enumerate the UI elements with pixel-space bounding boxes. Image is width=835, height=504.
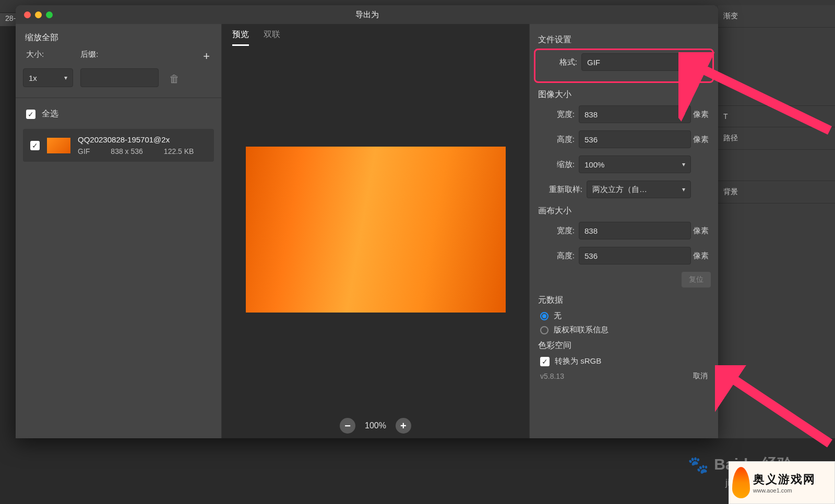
canvas-height-input[interactable]: 536 xyxy=(579,247,691,265)
chevron-down-icon: ▾ xyxy=(682,186,685,193)
canvas-width-input[interactable]: 838 xyxy=(579,222,691,239)
asset-checkbox[interactable]: ✓ xyxy=(30,141,40,150)
export-as-dialog: 导出为 缩放全部 大小: 后缀: + 1x▾ 🗑 ✓ 全选 ✓ xyxy=(16,5,718,438)
height-input[interactable]: 536 xyxy=(579,130,691,148)
metadata-copyright-option[interactable]: 版权和联系信息 xyxy=(540,325,711,335)
unit-label: 像素 xyxy=(691,226,711,236)
image-size-title: 图像大小 xyxy=(538,89,711,100)
dialog-title: 导出为 xyxy=(355,10,379,20)
flame-icon xyxy=(732,467,750,498)
corner-logo-cn: 奥义游戏网 xyxy=(753,472,816,487)
corner-logo: 奥义游戏网 www.aoe1.com xyxy=(729,461,835,504)
format-select[interactable]: GIF▾ xyxy=(581,53,708,71)
close-window-icon[interactable] xyxy=(24,11,31,18)
chevron-down-icon: ▾ xyxy=(682,161,685,168)
scale-label: 缩放: xyxy=(537,160,579,170)
select-all-label: 全选 xyxy=(42,109,58,119)
version-label: v5.8.13 xyxy=(540,372,564,380)
maximize-window-icon[interactable] xyxy=(46,11,53,18)
cancel-button[interactable]: 取消 xyxy=(693,371,708,381)
resample-select[interactable]: 两次立方（自…▾ xyxy=(587,181,691,198)
size-label: 大小: xyxy=(26,50,44,63)
zoom-in-button[interactable]: + xyxy=(396,418,411,434)
asset-dimensions: 838 x 536 xyxy=(111,147,143,155)
unit-label: 像素 xyxy=(691,251,711,261)
scale-select[interactable]: 100%▾ xyxy=(579,155,691,173)
checkbox-icon: ✓ xyxy=(540,357,550,366)
zoom-out-button[interactable]: − xyxy=(340,418,355,434)
zoom-controls: − 100% + xyxy=(222,413,529,438)
metadata-none-option[interactable]: 无 xyxy=(540,311,711,321)
preview-tabs: 预览 双联 xyxy=(222,24,529,46)
tab-2up[interactable]: 双联 xyxy=(264,29,280,46)
preview-area[interactable] xyxy=(222,46,529,413)
file-settings-title: 文件设置 xyxy=(538,34,711,45)
colorspace-title: 色彩空间 xyxy=(538,340,711,351)
format-highlight: 格式: GIF▾ xyxy=(534,49,714,83)
unit-label: 像素 xyxy=(691,135,711,145)
preview-pane: 预览 双联 − 100% + xyxy=(222,24,529,438)
reset-button[interactable]: 复位 xyxy=(682,272,711,287)
format-label: 格式: xyxy=(540,57,581,67)
titlebar: 导出为 xyxy=(16,5,718,24)
radio-icon xyxy=(540,312,548,320)
window-controls xyxy=(16,11,53,18)
scale-all-title: 缩放全部 xyxy=(25,32,214,43)
add-scale-button[interactable]: + xyxy=(203,50,210,63)
bg-panel-item[interactable]: 背景 xyxy=(718,181,835,203)
left-pane: 缩放全部 大小: 后缀: + 1x▾ 🗑 ✓ 全选 ✓ QQ20230828-1… xyxy=(16,24,222,438)
chevron-down-icon: ▾ xyxy=(64,74,67,81)
preview-image xyxy=(246,147,506,313)
bg-panel-item[interactable]: T xyxy=(718,106,835,127)
size-select[interactable]: 1x▾ xyxy=(23,68,73,87)
width-label: 宽度: xyxy=(537,110,579,119)
tab-preview[interactable]: 预览 xyxy=(232,29,249,46)
bg-panel-item[interactable]: 路径 xyxy=(718,127,835,150)
bg-panel-item[interactable]: 渐变 xyxy=(718,5,835,28)
canvas-width-label: 宽度: xyxy=(537,226,579,236)
asset-thumbnail xyxy=(47,138,70,153)
zoom-level: 100% xyxy=(365,421,386,430)
corner-logo-en: www.aoe1.com xyxy=(753,487,816,494)
delete-scale-icon[interactable]: 🗑 xyxy=(169,73,180,85)
canvas-size-title: 画布大小 xyxy=(538,206,711,217)
asset-name: QQ20230828-195701@2x xyxy=(78,135,207,144)
suffix-input[interactable] xyxy=(80,68,159,87)
canvas-height-label: 高度: xyxy=(537,251,579,261)
height-label: 高度: xyxy=(537,135,579,145)
select-all-checkbox[interactable]: ✓ xyxy=(26,110,35,119)
asset-filesize: 122.5 KB xyxy=(164,147,194,155)
asset-list-item[interactable]: ✓ QQ20230828-195701@2x GIF 838 x 536 122… xyxy=(23,129,214,162)
chevron-down-icon: ▾ xyxy=(699,58,702,66)
resample-label: 重新取样: xyxy=(537,185,587,195)
radio-icon xyxy=(540,326,548,334)
background-right-panel: 渐变 T 路径 背景 xyxy=(718,5,835,438)
metadata-title: 元数据 xyxy=(538,295,711,306)
divider xyxy=(16,98,221,98)
minimize-window-icon[interactable] xyxy=(35,11,42,18)
suffix-label: 后缀: xyxy=(80,50,98,63)
convert-srgb-option[interactable]: ✓转换为 sRGB xyxy=(540,356,711,366)
settings-pane: 文件设置 格式: GIF▾ 图像大小 宽度: 838 像素 高度: 536 像素… xyxy=(529,24,718,438)
paw-icon: 🐾 xyxy=(688,455,709,475)
unit-label: 像素 xyxy=(691,110,711,119)
asset-format: GIF xyxy=(78,147,90,155)
width-input[interactable]: 838 xyxy=(579,105,691,123)
